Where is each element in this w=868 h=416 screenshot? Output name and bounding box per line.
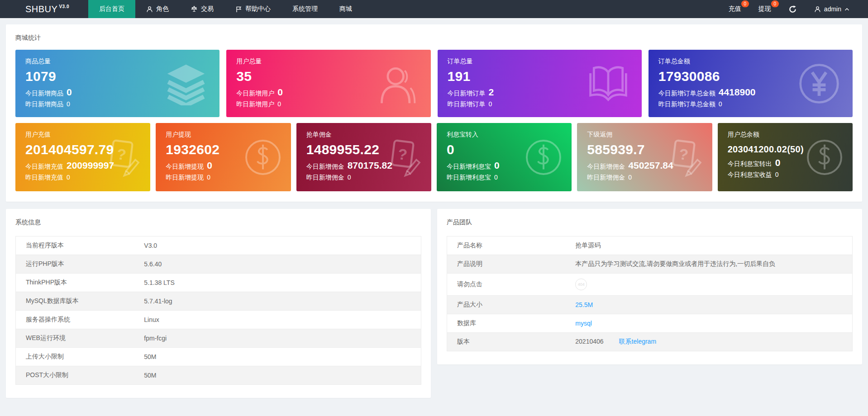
table-row: 上传大小限制50M [16, 348, 421, 366]
info-value: fpm-fcgi [137, 329, 421, 348]
user-icon [146, 6, 153, 13]
card-today-label: 今日新增用户 [236, 90, 274, 98]
stat-card: 用户总余额203041200.02(50)今日利息宝转出0今日利息宝收益0 [718, 123, 853, 191]
table-row: POST大小限制50M [16, 366, 421, 385]
card-today-value: 0 [207, 160, 212, 171]
card-title: 订单总量 [448, 57, 642, 66]
card-today-line: 今日新增提现0 [166, 160, 291, 171]
card-today-label: 今日新增提现 [166, 163, 204, 171]
card-yesterday-line: 昨日新增利息宝0 [447, 174, 572, 182]
card-today-value: 200999997 [67, 160, 114, 171]
card-yesterday-value: 0 [348, 174, 351, 181]
flag-icon [235, 6, 242, 13]
table-row: 数据库mysql [447, 314, 853, 333]
card-today-line: 今日利息宝转出0 [728, 157, 853, 168]
stat-card: 订单总量191今日新增订单2昨日新增订单0 [438, 50, 642, 117]
withdraw-button[interactable]: 提现 0 [750, 0, 780, 18]
top-navbar: SHBUY V3.0 后台首页角色交易帮助中心系统管理商城 充值 0 提现 0 … [0, 0, 868, 18]
value-link[interactable]: mysql [575, 320, 592, 327]
card-today-label: 今日新增佣金 [306, 163, 344, 171]
table-row: 服务器操作系统Linux [16, 311, 421, 329]
card-yesterday-label: 昨日新增商品 [25, 100, 63, 109]
stat-card: 抢单佣金1489955.22今日新增佣金870175.82昨日新增佣金0? [296, 123, 431, 191]
card-title: 订单总金额 [658, 57, 853, 66]
app-logo-version: V3.0 [59, 4, 69, 9]
navbar-right: 充值 0 提现 0 admin [720, 0, 868, 18]
admin-label: admin [824, 5, 841, 13]
stats-cards-row1: 商品总量1079今日新增商品0昨日新增商品0用户总量35今日新增用户0昨日新增用… [6, 50, 862, 117]
card-today-label: 今日新增佣金 [587, 163, 625, 171]
stat-card: 订单总金额17930086今日新增订单总金额4418900昨日新增订单总金额0 [649, 50, 853, 117]
nav-item-4[interactable]: 系统管理 [281, 0, 329, 18]
info-label: ThinkPHP版本 [16, 274, 138, 292]
value-link[interactable]: 25.5M [575, 301, 593, 308]
app-logo: SHBUY V3.0 [0, 0, 88, 18]
telegram-link[interactable]: 联系telegram [619, 338, 656, 345]
info-label: 上传大小限制 [16, 348, 138, 366]
admin-menu[interactable]: admin [806, 0, 858, 18]
card-yesterday-line: 昨日新增用户0 [236, 100, 430, 109]
card-today-line: 今日新增充值200999997 [25, 160, 150, 171]
info-label: 数据库 [447, 314, 569, 333]
nav-item-0[interactable]: 后台首页 [88, 0, 135, 18]
info-value: 5.6.40 [137, 255, 421, 274]
info-value: 本产品只为学习测试交流,请勿要做商业或者用于违法行为,一切后果自负 [575, 260, 775, 267]
info-label: 请勿点击 [447, 274, 569, 296]
card-today-line: 今日新增订单2 [448, 87, 642, 98]
recharge-label: 充值 [729, 5, 741, 13]
404-badge[interactable]: 404 [575, 279, 587, 290]
card-yesterday-label: 昨日新增用户 [236, 100, 274, 109]
info-label: 服务器操作系统 [16, 311, 138, 329]
nav-item-1[interactable]: 角色 [135, 0, 180, 18]
nav-item-2[interactable]: 交易 [180, 0, 224, 18]
info-label: 当前程序版本 [16, 236, 138, 255]
nav-item-5[interactable]: 商城 [329, 0, 363, 18]
card-today-value: 0 [277, 87, 283, 98]
nav-item-3[interactable]: 帮助中心 [224, 0, 281, 18]
card-title: 商品总量 [25, 57, 219, 66]
mall-stats-title: 商城统计 [6, 24, 862, 50]
card-today-label: 今日新增充值 [25, 163, 63, 171]
card-yesterday-label: 昨日新增利息宝 [447, 174, 491, 182]
card-yesterday-line: 今日利息宝收益0 [728, 171, 853, 179]
nav-item-label: 帮助中心 [245, 5, 271, 13]
table-row: MySQL数据库版本5.7.41-log [16, 292, 421, 311]
info-value: 50M [137, 348, 421, 366]
nav-item-label: 系统管理 [292, 5, 318, 13]
recharge-button[interactable]: 充值 0 [720, 0, 750, 18]
card-value: 1932602 [166, 142, 291, 157]
card-title: 利息宝转入 [447, 131, 572, 139]
card-title: 用户总余额 [728, 131, 853, 139]
card-today-value: 0 [67, 87, 72, 98]
nav-item-label: 商城 [339, 5, 352, 13]
info-value-cell: 抢单源码 [568, 236, 852, 255]
stat-card: 下级返佣585939.7今日新增佣金450257.84昨日新增佣金0? [577, 123, 712, 191]
card-yesterday-value: 0 [719, 100, 722, 108]
stat-card: 用户充值201404597.79今日新增充值200999997昨日新增充值0? [15, 123, 150, 191]
card-yesterday-value: 0 [775, 171, 779, 178]
withdraw-badge: 0 [771, 0, 779, 7]
card-value: 0 [447, 142, 572, 157]
info-value-cell: mysql [568, 314, 852, 333]
product-team-title: 产品团队 [437, 209, 862, 234]
card-title: 用户提现 [166, 131, 291, 139]
card-today-label: 今日新增订单总金额 [658, 90, 715, 98]
info-label: 产品说明 [447, 255, 569, 274]
card-today-value: 0 [494, 160, 500, 171]
info-value: 20210406 [575, 338, 603, 345]
chevron-up-icon [844, 8, 849, 11]
stats-cards-row2: 用户充值201404597.79今日新增充值200999997昨日新增充值0?用… [6, 123, 862, 202]
mall-stats-panel: 商城统计 商品总量1079今日新增商品0昨日新增商品0用户总量35今日新增用户0… [6, 24, 862, 202]
card-today-line: 今日新增商品0 [25, 87, 219, 98]
system-info-table: 当前程序版本V3.0运行PHP版本5.6.40ThinkPHP版本5.1.38 … [15, 236, 421, 385]
info-label: MySQL数据库版本 [16, 292, 138, 311]
system-info-panel: 系统信息 当前程序版本V3.0运行PHP版本5.6.40ThinkPHP版本5.… [6, 209, 431, 398]
card-today-line: 今日新增佣金450257.84 [587, 160, 712, 171]
card-yesterday-label: 昨日新增订单总金额 [658, 100, 715, 109]
stat-card: 用户总量35今日新增用户0昨日新增用户0 [226, 50, 430, 117]
info-label: POST大小限制 [16, 366, 138, 385]
refresh-button[interactable] [780, 0, 806, 18]
info-label: 运行PHP版本 [16, 255, 138, 274]
card-today-value: 4418900 [719, 87, 756, 98]
card-value: 1079 [25, 69, 219, 84]
